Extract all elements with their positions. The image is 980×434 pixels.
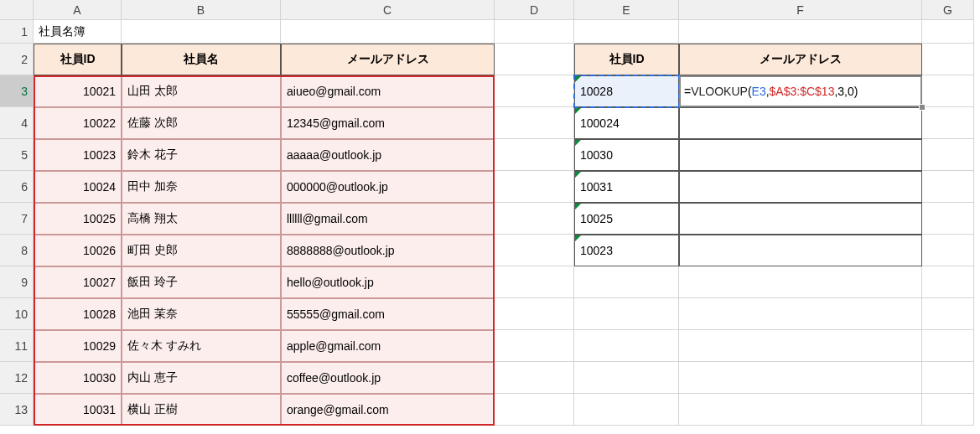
cell-E7[interactable]: 10025	[574, 203, 679, 235]
cell-F9[interactable]	[679, 266, 922, 298]
cell-A9[interactable]: 10027	[34, 266, 122, 298]
row-header-10[interactable]: 10	[0, 298, 34, 330]
cell-B9[interactable]: 飯田 玲子	[122, 266, 281, 298]
cell-B5[interactable]: 鈴木 花子	[122, 139, 281, 171]
cell-B1[interactable]	[122, 20, 281, 44]
cell-E3[interactable]: 10028	[574, 75, 679, 107]
cell-C11[interactable]: apple@gmail.com	[281, 330, 495, 362]
cell-C5[interactable]: aaaaa@outlook.jp	[281, 139, 495, 171]
cell-E9[interactable]	[574, 266, 679, 298]
cell-F10[interactable]	[679, 298, 922, 330]
cell-B3[interactable]: 山田 太郎	[122, 75, 281, 107]
cell-F4[interactable]	[679, 107, 922, 139]
row-header-12[interactable]: 12	[0, 362, 34, 394]
cell-G6[interactable]	[922, 171, 974, 203]
cell-G12[interactable]	[922, 362, 974, 394]
cell-F5[interactable]	[679, 139, 922, 171]
cell-G13[interactable]	[922, 394, 974, 426]
cell-F8[interactable]	[679, 235, 922, 266]
cell-B4[interactable]: 佐藤 次郎	[122, 107, 281, 139]
cell-D2[interactable]	[495, 44, 574, 75]
cell-C10[interactable]: 55555@gmail.com	[281, 298, 495, 330]
cell-C6[interactable]: 000000@outlook.jp	[281, 171, 495, 203]
col-header-C[interactable]: C	[281, 0, 495, 20]
cell-B6[interactable]: 田中 加奈	[122, 171, 281, 203]
cell-E8[interactable]: 10023	[574, 235, 679, 266]
cell-D5[interactable]	[495, 139, 574, 171]
row-header-1[interactable]: 1	[0, 20, 34, 44]
cell-C4[interactable]: 12345@gmail.com	[281, 107, 495, 139]
cell-E1[interactable]	[574, 20, 679, 44]
cell-C13[interactable]: orange@gmail.com	[281, 394, 495, 426]
cell-F13[interactable]	[679, 394, 922, 426]
row-header-13[interactable]: 13	[0, 394, 34, 426]
cell-A1[interactable]: 社員名簿	[34, 20, 122, 44]
cell-D12[interactable]	[495, 362, 574, 394]
col-header-F[interactable]: F	[679, 0, 922, 20]
row-header-4[interactable]: 4	[0, 107, 34, 139]
spreadsheet-grid[interactable]: A B C D E F G 1 社員名簿 2 社員ID 社員名 メールアドレス …	[0, 0, 980, 426]
cell-B8[interactable]: 町田 史郎	[122, 235, 281, 266]
cell-G5[interactable]	[922, 139, 974, 171]
select-all-corner[interactable]	[0, 0, 34, 20]
cell-B11[interactable]: 佐々木 すみれ	[122, 330, 281, 362]
cell-A3[interactable]: 10021	[34, 75, 122, 107]
cell-A6[interactable]: 10024	[34, 171, 122, 203]
cell-G11[interactable]	[922, 330, 974, 362]
cell-G1[interactable]	[922, 20, 974, 44]
cell-C3[interactable]: aiueo@gmail.com	[281, 75, 495, 107]
cell-G8[interactable]	[922, 235, 974, 266]
row-header-7[interactable]: 7	[0, 203, 34, 235]
col-header-E[interactable]: E	[574, 0, 679, 20]
row-header-9[interactable]: 9	[0, 266, 34, 298]
cell-C9[interactable]: hello@outlook.jp	[281, 266, 495, 298]
cell-E6[interactable]: 10031	[574, 171, 679, 203]
cell-B10[interactable]: 池田 茉奈	[122, 298, 281, 330]
cell-D9[interactable]	[495, 266, 574, 298]
row-header-11[interactable]: 11	[0, 330, 34, 362]
cell-A11[interactable]: 10029	[34, 330, 122, 362]
cell-F3-formula[interactable]: =VLOOKUP(E3,$A$3:$C$13,3,0)	[679, 75, 922, 107]
cell-A10[interactable]: 10028	[34, 298, 122, 330]
cell-A8[interactable]: 10026	[34, 235, 122, 266]
cell-A5[interactable]: 10023	[34, 139, 122, 171]
fill-handle[interactable]	[919, 104, 926, 111]
row-header-3[interactable]: 3	[0, 75, 34, 107]
cell-A13[interactable]: 10031	[34, 394, 122, 426]
cell-D11[interactable]	[495, 330, 574, 362]
cell-E5[interactable]: 10030	[574, 139, 679, 171]
cell-F11[interactable]	[679, 330, 922, 362]
cell-C7[interactable]: llllll@gmail.com	[281, 203, 495, 235]
row-header-8[interactable]: 8	[0, 235, 34, 266]
cell-B7[interactable]: 高橋 翔太	[122, 203, 281, 235]
cell-G9[interactable]	[922, 266, 974, 298]
cell-A2[interactable]: 社員ID	[34, 44, 122, 75]
col-header-G[interactable]: G	[922, 0, 974, 20]
cell-G2[interactable]	[922, 44, 974, 75]
cell-G4[interactable]	[922, 107, 974, 139]
cell-F12[interactable]	[679, 362, 922, 394]
cell-F1[interactable]	[679, 20, 922, 44]
cell-D13[interactable]	[495, 394, 574, 426]
row-header-6[interactable]: 6	[0, 171, 34, 203]
cell-E13[interactable]	[574, 394, 679, 426]
cell-A4[interactable]: 10022	[34, 107, 122, 139]
cell-D1[interactable]	[495, 20, 574, 44]
row-header-5[interactable]: 5	[0, 139, 34, 171]
cell-G10[interactable]	[922, 298, 974, 330]
cell-F7[interactable]	[679, 203, 922, 235]
cell-G7[interactable]	[922, 203, 974, 235]
cell-C2[interactable]: メールアドレス	[281, 44, 495, 75]
col-header-A[interactable]: A	[34, 0, 122, 20]
cell-D8[interactable]	[495, 235, 574, 266]
cell-F2[interactable]: メールアドレス	[679, 44, 922, 75]
cell-B2[interactable]: 社員名	[122, 44, 281, 75]
cell-B12[interactable]: 内山 恵子	[122, 362, 281, 394]
cell-C1[interactable]	[281, 20, 495, 44]
col-header-D[interactable]: D	[495, 0, 574, 20]
cell-D6[interactable]	[495, 171, 574, 203]
cell-C12[interactable]: coffee@outlook.jp	[281, 362, 495, 394]
cell-A7[interactable]: 10025	[34, 203, 122, 235]
cell-G3[interactable]	[922, 75, 974, 107]
cell-D10[interactable]	[495, 298, 574, 330]
